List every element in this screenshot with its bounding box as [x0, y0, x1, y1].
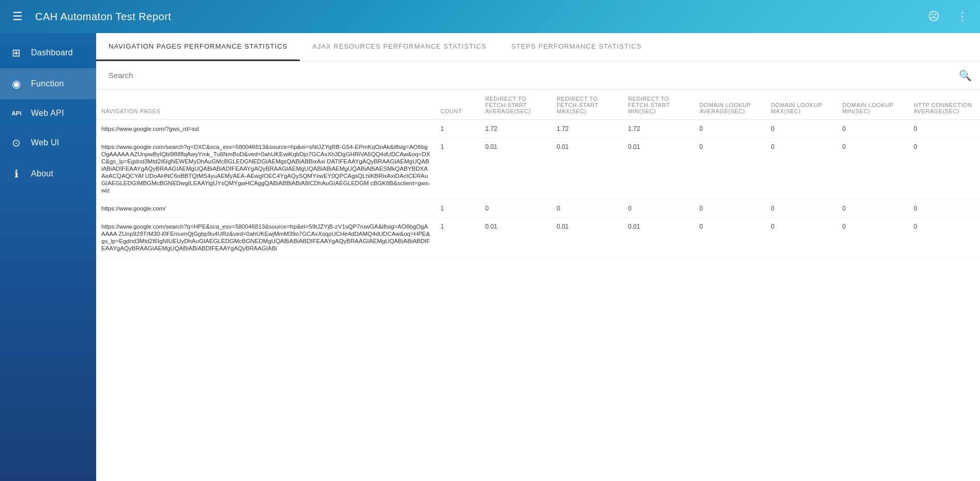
search-input[interactable] [104, 68, 959, 83]
sidebar-item-about[interactable]: ℹ About [0, 158, 96, 189]
sidebar-item-function[interactable]: ◉ Function [0, 68, 96, 99]
table-row: https://www.google.com/search?q=HPE&sca_… [96, 218, 980, 258]
cell-count: 1 [435, 200, 480, 218]
table-area: Navigation Pages Count Redirect To Fetch… [96, 89, 980, 481]
sidebar: ⊞ Dashboard ◉ Function API Web API ⊙ Web… [0, 33, 96, 481]
app-title: CAH Automaton Test Report [35, 11, 171, 23]
cell-redirect-fetch-avg: 0.01 [480, 218, 552, 258]
sidebar-item-web-api[interactable]: API Web API [0, 99, 96, 127]
search-icon[interactable]: 🔍 [959, 69, 972, 82]
cell-http-conn-avg: 0 [909, 138, 980, 200]
web-ui-icon: ⊙ [10, 137, 23, 149]
main-content: Navigation Pages Performance Statistics … [96, 33, 980, 481]
cell-count: 1 [435, 138, 480, 200]
col-header-redirect-fetch-avg: Redirect To Fetch-Start Average(Sec) [480, 89, 552, 120]
cell-url: https://www.google.com/ [96, 200, 435, 218]
sidebar-label-about: About [31, 169, 53, 178]
cell-redirect-fetch-max: 0.01 [552, 218, 623, 258]
table-row: https://www.google.com/ 1 0 0 0 0 0 0 0 [96, 200, 980, 218]
dashboard-icon: ⊞ [10, 47, 23, 59]
cell-count: 1 [435, 218, 480, 258]
col-header-domain-lookup-max: Domain Lookup Max(Sec) [765, 89, 837, 120]
cell-domain-lookup-avg: 0 [694, 120, 765, 138]
cell-redirect-fetch-min: 0.01 [623, 218, 694, 258]
search-bar: 🔍 [96, 62, 980, 89]
cell-http-conn-avg: 0 [909, 218, 980, 258]
cell-redirect-fetch-min: 0 [623, 200, 694, 218]
table-row: https://www.google.com/?gws_rd=ssl 1 1.7… [96, 120, 980, 138]
table-body: https://www.google.com/?gws_rd=ssl 1 1.7… [96, 120, 980, 258]
sidebar-label-dashboard: Dashboard [31, 48, 73, 57]
cell-redirect-fetch-max: 1.72 [552, 120, 623, 138]
menu-button[interactable]: ☰ [8, 7, 27, 26]
web-api-icon: API [10, 110, 23, 116]
cell-redirect-fetch-avg: 0.01 [480, 138, 552, 200]
cell-redirect-fetch-min: 0.01 [623, 138, 694, 200]
topbar-right: ☹ ⋮ [924, 7, 972, 26]
col-header-redirect-fetch-min: Redirect To Fetch-Start Min(Sec) [623, 89, 694, 120]
cell-domain-lookup-min: 0 [837, 138, 909, 200]
tab-nav-pages[interactable]: Navigation Pages Performance Statistics [96, 33, 300, 61]
sidebar-label-web-ui: Web UI [31, 138, 59, 147]
tab-ajax-resources[interactable]: Ajax Resources Performance Statistics [300, 33, 499, 61]
cell-domain-lookup-min: 0 [837, 120, 909, 138]
sidebar-item-web-ui[interactable]: ⊙ Web UI [0, 127, 96, 158]
cell-url: https://www.google.com/search?q=HPE&sca_… [96, 218, 435, 258]
col-header-nav-pages: Navigation Pages [96, 89, 435, 120]
about-icon: ℹ [10, 168, 23, 180]
sidebar-label-function: Function [31, 79, 64, 88]
cell-domain-lookup-max: 0 [765, 218, 837, 258]
topbar: ☰ CAH Automaton Test Report ☹ ⋮ [0, 0, 980, 33]
cell-domain-lookup-min: 0 [837, 218, 909, 258]
more-button[interactable]: ⋮ [953, 7, 972, 26]
cell-redirect-fetch-max: 0.01 [552, 138, 623, 200]
cell-http-conn-avg: 0 [909, 200, 980, 218]
cell-redirect-fetch-avg: 1.72 [480, 120, 552, 138]
body-layout: ⊞ Dashboard ◉ Function API Web API ⊙ Web… [0, 33, 980, 481]
topbar-left: ☰ CAH Automaton Test Report [8, 7, 171, 26]
col-header-domain-lookup-min: Domain Lookup Min(Sec) [837, 89, 909, 120]
cell-domain-lookup-avg: 0 [694, 200, 765, 218]
cell-redirect-fetch-avg: 0 [480, 200, 552, 218]
table-row: https://www.google.com/search?q=DXC&sca_… [96, 138, 980, 200]
function-icon: ◉ [10, 78, 23, 90]
col-header-domain-lookup-avg: Domain Lookup Average(Sec) [694, 89, 765, 120]
sad-icon-button[interactable]: ☹ [924, 7, 943, 26]
tabs: Navigation Pages Performance Statistics … [96, 33, 980, 62]
cell-domain-lookup-max: 0 [765, 138, 837, 200]
cell-domain-lookup-avg: 0 [694, 138, 765, 200]
cell-domain-lookup-avg: 0 [694, 218, 765, 258]
cell-domain-lookup-min: 0 [837, 200, 909, 218]
cell-domain-lookup-max: 0 [765, 120, 837, 138]
col-header-http-conn-avg: HTTP Connection Average(Sec) [909, 89, 980, 120]
col-header-redirect-fetch-max: Redirect To Fetch-Start Max(Sec) [552, 89, 623, 120]
cell-domain-lookup-max: 0 [765, 200, 837, 218]
sidebar-label-web-api: Web API [31, 109, 64, 118]
cell-count: 1 [435, 120, 480, 138]
performance-table: Navigation Pages Count Redirect To Fetch… [96, 89, 980, 258]
cell-redirect-fetch-max: 0 [552, 200, 623, 218]
cell-url: https://www.google.com/search?q=DXC&sca_… [96, 138, 435, 200]
table-header-row: Navigation Pages Count Redirect To Fetch… [96, 89, 980, 120]
cell-url: https://www.google.com/?gws_rd=ssl [96, 120, 435, 138]
cell-redirect-fetch-min: 1.72 [623, 120, 694, 138]
sidebar-item-dashboard[interactable]: ⊞ Dashboard [0, 37, 96, 68]
tab-steps[interactable]: Steps Performance Statistics [499, 33, 654, 61]
col-header-count: Count [435, 89, 480, 120]
cell-http-conn-avg: 0 [909, 120, 980, 138]
